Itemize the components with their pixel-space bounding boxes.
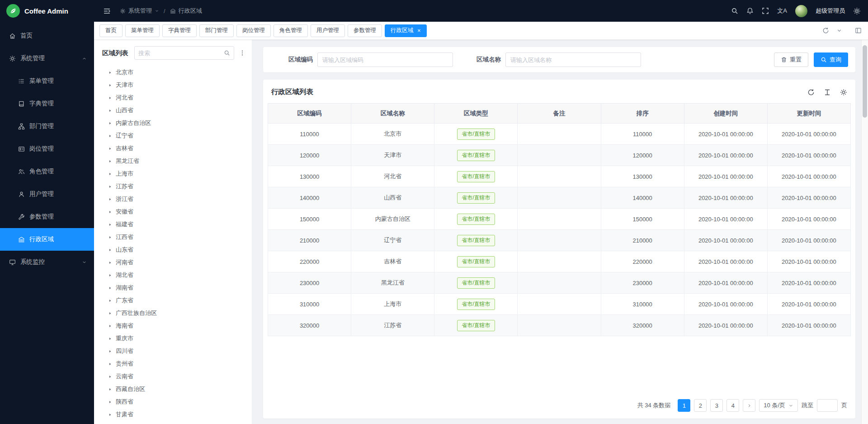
caret-right-icon[interactable]	[108, 134, 112, 138]
region-name-input[interactable]	[505, 52, 641, 67]
page-button-2[interactable]: 2	[694, 399, 707, 412]
sidebar-item-dict-mgmt[interactable]: 字典管理	[0, 92, 94, 115]
caret-right-icon[interactable]	[108, 375, 112, 379]
notification-bell-icon[interactable]	[746, 7, 754, 14]
caret-right-icon[interactable]	[108, 286, 112, 290]
caret-right-icon[interactable]	[108, 248, 112, 252]
caret-right-icon[interactable]	[108, 413, 112, 417]
tree-item[interactable]: 辽宁省	[94, 129, 252, 142]
next-page-button[interactable]	[743, 399, 755, 412]
caret-right-icon[interactable]	[108, 197, 112, 201]
tree-item[interactable]: 湖北省	[94, 269, 252, 281]
tree-item[interactable]: 贵州省	[94, 357, 252, 370]
layout-toggle-icon[interactable]	[855, 27, 862, 34]
tree-item[interactable]: 河南省	[94, 256, 252, 269]
tree-item[interactable]: 湖南省	[94, 281, 252, 294]
settings-gear-icon[interactable]	[853, 7, 861, 15]
tab-dict-mgmt[interactable]: 字典管理	[162, 24, 197, 37]
tabs-menu-chevron-icon[interactable]	[836, 28, 842, 33]
breadcrumb-system-mgmt[interactable]: 系统管理	[120, 7, 159, 15]
caret-right-icon[interactable]	[108, 210, 112, 214]
caret-right-icon[interactable]	[108, 387, 112, 391]
tree-item[interactable]: 山东省	[94, 243, 252, 256]
page-size-select[interactable]: 10 条/页	[759, 399, 798, 412]
tree-item[interactable]: 甘肃省	[94, 408, 252, 421]
tree-item[interactable]: 浙江省	[94, 193, 252, 205]
column-settings-gear-icon[interactable]	[840, 89, 847, 96]
caret-right-icon[interactable]	[108, 147, 112, 151]
jump-page-input[interactable]	[817, 399, 838, 412]
tree-item[interactable]: 云南省	[94, 370, 252, 383]
tree-item[interactable]: 重庆市	[94, 332, 252, 345]
caret-right-icon[interactable]	[108, 400, 112, 404]
tab-post-mgmt[interactable]: 岗位管理	[236, 24, 271, 37]
tree-item[interactable]: 安徽省	[94, 205, 252, 218]
language-switch-icon[interactable]: 文A	[777, 7, 787, 15]
tree-item[interactable]: 北京市	[94, 66, 252, 79]
tree-item[interactable]: 内蒙古自治区	[94, 117, 252, 129]
tree-item[interactable]: 四川省	[94, 345, 252, 357]
avatar[interactable]	[795, 5, 807, 17]
caret-right-icon[interactable]	[108, 223, 112, 227]
caret-right-icon[interactable]	[108, 362, 112, 366]
caret-right-icon[interactable]	[108, 337, 112, 341]
table-row[interactable]: 210000 辽宁省 省市/直辖市 210000 2020-10-01 00:0…	[268, 230, 851, 251]
refresh-page-icon[interactable]	[822, 27, 829, 34]
tab-region[interactable]: 行政区域 ×	[385, 24, 427, 37]
page-button-1[interactable]: 1	[678, 399, 690, 412]
sidebar-item-user-mgmt[interactable]: 用户管理	[0, 183, 94, 205]
page-button-4[interactable]: 4	[726, 399, 739, 412]
search-icon[interactable]	[731, 7, 738, 14]
table-row[interactable]: 130000 河北省 省市/直辖市 130000 2020-10-01 00:0…	[268, 166, 851, 187]
caret-right-icon[interactable]	[108, 273, 112, 277]
caret-right-icon[interactable]	[108, 261, 112, 265]
table-row[interactable]: 140000 山西省 省市/直辖市 140000 2020-10-01 00:0…	[268, 187, 851, 209]
scrollbar[interactable]	[861, 40, 868, 424]
tree-item[interactable]: 江苏省	[94, 180, 252, 193]
caret-right-icon[interactable]	[108, 109, 112, 113]
table-row[interactable]: 320000 江苏省 省市/直辖市 320000 2020-10-01 00:0…	[268, 315, 851, 336]
tree-item[interactable]: 广东省	[94, 294, 252, 307]
row-density-icon[interactable]	[824, 89, 831, 96]
tree-item[interactable]: 西藏自治区	[94, 383, 252, 395]
sidebar-item-param-mgmt[interactable]: 参数管理	[0, 205, 94, 228]
tree-search-box[interactable]	[134, 46, 234, 60]
region-code-input[interactable]	[317, 52, 453, 67]
reset-button[interactable]: 重置	[774, 52, 808, 67]
caret-right-icon[interactable]	[108, 235, 112, 239]
tree-item[interactable]: 上海市	[94, 167, 252, 180]
sidebar-item-system-mgmt[interactable]: 系统管理	[0, 47, 94, 70]
sidebar-item-menu-mgmt[interactable]: 菜单管理	[0, 70, 94, 92]
sidebar-item-home[interactable]: 首页	[0, 24, 94, 47]
tab-param-mgmt[interactable]: 参数管理	[348, 24, 382, 37]
caret-right-icon[interactable]	[108, 71, 112, 75]
tree-item[interactable]: 河北省	[94, 91, 252, 104]
tab-menu-mgmt[interactable]: 菜单管理	[125, 24, 160, 37]
sidebar-item-monitor[interactable]: 系统监控	[0, 251, 94, 273]
table-row[interactable]: 310000 上海市 省市/直辖市 310000 2020-10-01 00:0…	[268, 294, 851, 315]
caret-right-icon[interactable]	[108, 311, 112, 315]
table-row[interactable]: 150000 内蒙古自治区 省市/直辖市 150000 2020-10-01 0…	[268, 209, 851, 230]
tree-more-options-icon[interactable]	[238, 49, 246, 57]
tree-item[interactable]: 陕西省	[94, 395, 252, 408]
caret-right-icon[interactable]	[108, 299, 112, 303]
caret-right-icon[interactable]	[108, 96, 112, 100]
search-button[interactable]: 查询	[814, 52, 848, 67]
tab-dept-mgmt[interactable]: 部门管理	[199, 24, 234, 37]
table-row[interactable]: 220000 吉林省 省市/直辖市 220000 2020-10-01 00:0…	[268, 251, 851, 272]
tree-item[interactable]: 福建省	[94, 218, 252, 231]
sidebar-item-role-mgmt[interactable]: 角色管理	[0, 160, 94, 183]
table-row[interactable]: 120000 天津市 省市/直辖市 120000 2020-10-01 00:0…	[268, 145, 851, 166]
tree-item[interactable]: 江西省	[94, 231, 252, 243]
caret-right-icon[interactable]	[108, 185, 112, 189]
tree-item[interactable]: 吉林省	[94, 142, 252, 155]
tree-search-input[interactable]	[138, 50, 221, 57]
tree-item[interactable]: 青海省	[94, 421, 252, 424]
sidebar-item-dept-mgmt[interactable]: 部门管理	[0, 115, 94, 138]
caret-right-icon[interactable]	[108, 83, 112, 87]
caret-right-icon[interactable]	[108, 121, 112, 125]
user-name[interactable]: 超级管理员	[816, 7, 845, 15]
tree-item[interactable]: 山西省	[94, 104, 252, 117]
tab-home[interactable]: 首页	[99, 24, 123, 37]
tree-item[interactable]: 海南省	[94, 319, 252, 332]
